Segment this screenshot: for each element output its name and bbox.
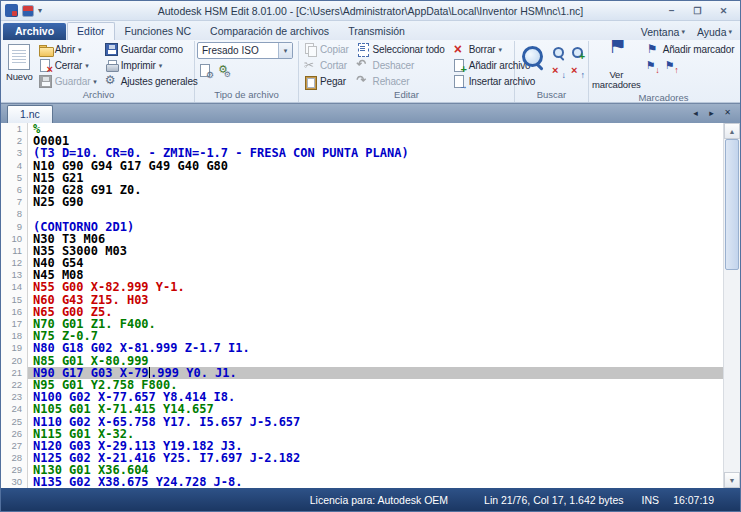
line-number: 2 xyxy=(1,135,28,147)
delete-label: Borrar xyxy=(469,44,496,55)
find-previous-button[interactable] xyxy=(569,63,586,80)
line-number: 27 xyxy=(1,440,28,452)
code-text: % xyxy=(28,123,723,135)
vertical-scrollbar[interactable] xyxy=(723,123,740,488)
general-settings-button[interactable]: Ajustes generales xyxy=(102,74,201,89)
line-number: 22 xyxy=(1,379,28,391)
code-line-17[interactable]: 17N70 G01 Z1. F400. xyxy=(1,318,723,330)
tab-editor[interactable]: Editor xyxy=(67,22,114,40)
tab-archivo[interactable]: Archivo xyxy=(3,23,66,40)
scroll-tabs-left-button[interactable] xyxy=(689,106,702,119)
redo-icon xyxy=(357,75,370,88)
code-line-8[interactable]: 8 xyxy=(1,208,723,220)
cut-button[interactable]: Cortar xyxy=(301,58,352,73)
print-icon xyxy=(105,59,118,72)
code-line-20[interactable]: 20N85 G01 X-80.999 xyxy=(1,355,723,367)
line-number: 19 xyxy=(1,342,28,354)
caret-down-icon xyxy=(681,28,685,36)
document-tab-1nc[interactable]: 1.nc xyxy=(7,105,53,123)
close-document-button[interactable] xyxy=(721,106,734,119)
tab-funciones-nc[interactable]: Funciones NC xyxy=(116,23,201,40)
paste-button[interactable]: Pegar xyxy=(301,74,352,89)
code-line-12[interactable]: 12N40 G54 xyxy=(1,257,723,269)
scrollbar-track[interactable] xyxy=(724,139,740,472)
close-file-button[interactable]: Cerrar xyxy=(36,58,100,73)
code-editor[interactable]: 1%2O00013(T3 D=10. CR=0. - ZMIN=-1.7 - F… xyxy=(1,123,740,488)
file-type-settings-icon xyxy=(199,64,212,77)
file-type-options-button[interactable] xyxy=(216,62,233,79)
file-type-dropdown[interactable]: Fresado ISO xyxy=(197,42,293,59)
menu-ayuda[interactable]: Ayuda xyxy=(697,26,732,38)
scroll-tabs-right-button[interactable] xyxy=(705,106,718,119)
line-number: 7 xyxy=(1,196,28,208)
line-number: 13 xyxy=(1,269,28,281)
customize-toolbar-caret-icon[interactable] xyxy=(38,6,42,15)
code-text: N20 G28 G91 Z0. xyxy=(28,184,723,196)
tab-navigation xyxy=(689,106,736,123)
add-bookmark-icon xyxy=(647,43,660,56)
close-button[interactable] xyxy=(711,3,736,18)
ribbon-tab-row: Archivo Editor Funciones NC Comparación … xyxy=(1,21,740,40)
code-line-7[interactable]: 7N25 G90 xyxy=(1,196,723,208)
search-small-icon xyxy=(552,46,565,59)
group-label-tipo-de-archivo: Tipo de archivo xyxy=(197,89,296,102)
hsm-logo-icon[interactable] xyxy=(22,5,34,17)
redo-button[interactable]: Rehacer xyxy=(354,74,448,89)
code-line-4[interactable]: 4N10 G90 G94 G17 G49 G40 G80 xyxy=(1,160,723,172)
tab-comparacion-archivos[interactable]: Comparación de archivos xyxy=(201,23,338,40)
save-button[interactable]: Guardar xyxy=(36,74,100,89)
line-number: 17 xyxy=(1,318,28,330)
code-line-14[interactable]: 14N55 G00 X-82.999 Y-1. xyxy=(1,281,723,293)
select-all-button[interactable]: Seleccionar todo xyxy=(354,42,448,57)
dropdown-button[interactable] xyxy=(278,43,292,58)
code-text: N30 T3 M06 xyxy=(28,233,723,245)
view-bookmarks-button[interactable]: Ver marcadores xyxy=(591,42,642,92)
find-button[interactable] xyxy=(517,42,548,89)
app-icon[interactable] xyxy=(5,4,18,17)
maximize-button[interactable] xyxy=(685,3,710,18)
new-button[interactable]: Nuevo xyxy=(5,42,34,89)
caret-down-icon xyxy=(93,78,96,86)
code-line-19[interactable]: 19N80 G18 G02 X-81.999 Z-1.7 I1. xyxy=(1,342,723,354)
add-bookmark-button[interactable]: Añadir marcador xyxy=(644,42,738,57)
code-line-30[interactable]: 30N135 G02 X38.675 Y24.728 J-8. xyxy=(1,476,723,488)
print-button[interactable]: Imprimir xyxy=(102,58,201,73)
code-line-9[interactable]: 9(CONTORNO 2D1) xyxy=(1,221,723,233)
line-number: 20 xyxy=(1,355,28,367)
code-line-3[interactable]: 3(T3 D=10. CR=0. - ZMIN=-1.7 - FRESA CON… xyxy=(1,147,723,159)
menu-ventana[interactable]: Ventana xyxy=(641,26,685,38)
tab-transmision[interactable]: Transmisión xyxy=(339,23,414,40)
ribbon-group-editar: Copiar Cortar Pegar Seleccionar todo xyxy=(299,41,515,102)
code-line-1[interactable]: 1% xyxy=(1,123,723,135)
edit-file-type-button[interactable] xyxy=(197,62,214,79)
caret-down-icon xyxy=(499,46,502,54)
bookmark-flag-icon xyxy=(605,44,627,68)
open-button[interactable]: Abrir xyxy=(36,42,100,57)
caret-down-icon xyxy=(284,47,288,55)
find-in-files-button[interactable] xyxy=(569,44,586,61)
copy-button[interactable]: Copiar xyxy=(301,42,352,57)
code-area[interactable]: 1%2O00013(T3 D=10. CR=0. - ZMIN=-1.7 - F… xyxy=(1,123,723,488)
code-text: (T3 D=10. CR=0. - ZMIN=-1.7 - FRESA CON … xyxy=(28,147,723,159)
next-bookmark-icon xyxy=(646,60,659,73)
caret-down-icon xyxy=(159,62,162,70)
view-bookmarks-label: Ver marcadores xyxy=(592,70,641,90)
previous-bookmark-button[interactable] xyxy=(663,58,680,75)
minimize-button[interactable] xyxy=(659,3,684,18)
code-line-6[interactable]: 6N20 G28 G91 Z0. xyxy=(1,184,723,196)
save-as-button[interactable]: Guardar como xyxy=(102,42,201,57)
find-next-button[interactable] xyxy=(550,63,567,80)
code-line-25[interactable]: 25N110 G02 X-65.758 Y17. I5.657 J-5.657 xyxy=(1,416,723,428)
find-options-button[interactable] xyxy=(550,44,567,61)
search-add-icon xyxy=(571,46,584,59)
undo-label: Deshacer xyxy=(373,60,415,71)
insert-mode-indicator[interactable]: INS xyxy=(642,494,660,506)
code-line-11[interactable]: 11N35 S3000 M03 xyxy=(1,245,723,257)
scrollbar-thumb[interactable] xyxy=(725,139,739,270)
scroll-up-button[interactable] xyxy=(724,123,740,139)
code-line-24[interactable]: 24N105 G01 X-71.415 Y14.657 xyxy=(1,403,723,415)
code-line-15[interactable]: 15N60 G43 Z15. H03 xyxy=(1,294,723,306)
next-bookmark-button[interactable] xyxy=(644,58,661,75)
undo-button[interactable]: Deshacer xyxy=(354,58,448,73)
scroll-down-button[interactable] xyxy=(724,472,740,488)
